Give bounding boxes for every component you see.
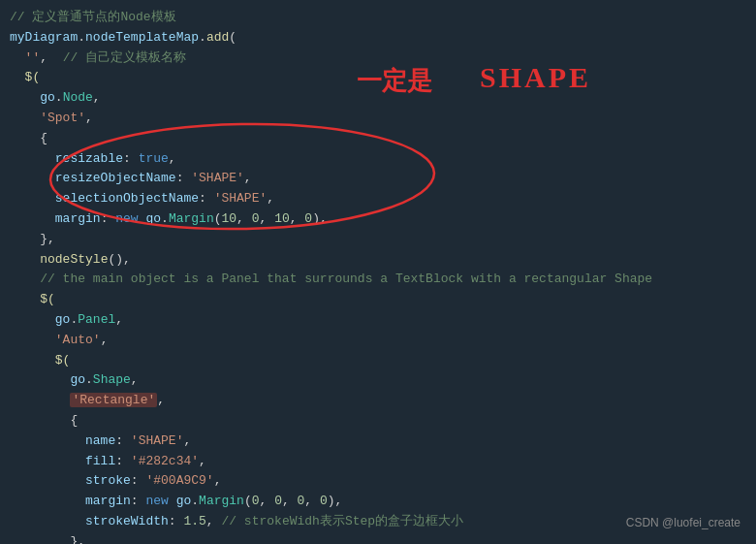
watermark: CSDN @luofei_create (626, 514, 740, 532)
code-line-12: }, (10, 230, 746, 250)
code-line-23: fill: '#282c34', (10, 452, 746, 472)
code-line-24: stroke: '#00A9C9', (10, 471, 746, 492)
code-line-1: // 定义普通节点的Node模板 (10, 8, 746, 28)
code-line-17: 'Auto', (10, 331, 746, 351)
code-line-20: 'Rectangle', (10, 391, 746, 411)
code-line-13: nodeStyle(), (10, 250, 746, 271)
code-line-25: margin: new go.Margin(0, 0, 0, 0), (10, 492, 746, 512)
code-line-2: myDiagram.nodeTemplateMap.add( (10, 28, 746, 48)
code-line-27: }, (10, 532, 746, 544)
code-line-10: selectionObjectName: 'SHAPE', (10, 189, 746, 209)
code-line-7: { (10, 129, 746, 149)
code-line-19: go.Shape, (10, 370, 746, 391)
code-line-22: name: 'SHAPE', (10, 432, 746, 452)
code-line-21: { (10, 411, 746, 432)
code-line-5: go.Node, (10, 88, 746, 109)
code-line-18: $( (10, 351, 746, 371)
code-line-11: margin: new go.Margin(10, 0, 10, 0), (10, 209, 746, 230)
code-line-6: 'Spot', (10, 109, 746, 129)
code-line-8: resizable: true, (10, 149, 746, 170)
code-line-3: '', // 自己定义模板名称 (10, 48, 746, 69)
code-line-16: go.Panel, (10, 310, 746, 331)
code-line-9: resizeObjectName: 'SHAPE', (10, 169, 746, 189)
code-editor: // 定义普通节点的Node模板 myDiagram.nodeTemplateM… (0, 0, 756, 544)
code-line-14: // the main object is a Panel that surro… (10, 270, 746, 290)
code-line-4: $( (10, 68, 746, 88)
code-line-15: $( (10, 290, 746, 310)
